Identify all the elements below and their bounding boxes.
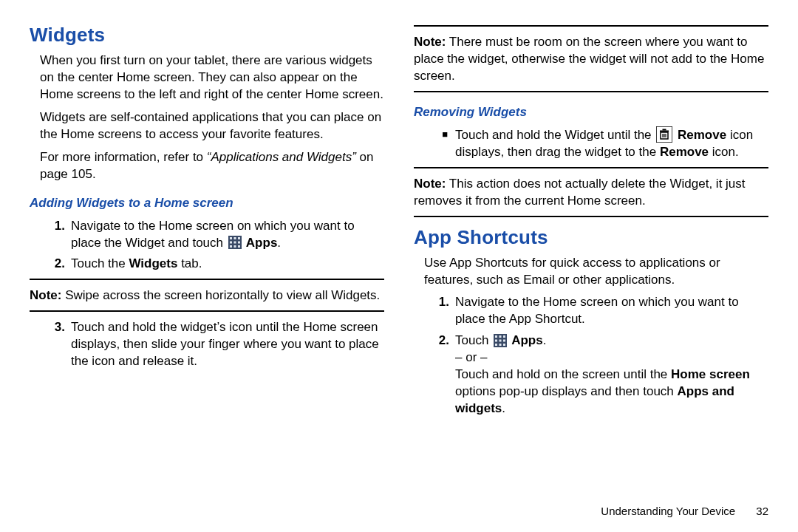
note-not-delete: Note: This action does not actually dele… <box>414 176 768 210</box>
svg-rect-7 <box>230 245 232 248</box>
bullet-remove: ■ Touch and hold the Widget until the <box>434 127 768 161</box>
note-room: Note: There must be room on the screen w… <box>414 34 768 85</box>
step-1: 1. Navigate to the Home screen on which … <box>50 218 384 252</box>
svg-rect-1 <box>230 237 232 239</box>
svg-rect-12 <box>660 131 669 132</box>
svg-rect-9 <box>238 245 240 248</box>
para-app-shortcuts: Use App Shortcuts for quick access to ap… <box>424 255 768 289</box>
apps-icon <box>494 334 507 347</box>
svg-rect-5 <box>233 242 236 244</box>
step-3: 3. Touch and hold the widget’s icon unti… <box>50 319 384 370</box>
bullet-icon: ■ <box>434 127 455 161</box>
heading-removing-widgets: Removing Widgets <box>414 104 768 121</box>
divider <box>414 167 768 168</box>
svg-rect-3 <box>238 237 240 239</box>
svg-rect-4 <box>230 242 232 244</box>
step-2: 2. Touch the Widgets tab. <box>50 256 384 273</box>
heading-adding-widgets: Adding Widgets to a Home screen <box>30 195 384 212</box>
page-footer: Understanding Your Device 32 <box>601 504 768 519</box>
svg-rect-26 <box>503 344 505 346</box>
divider <box>414 91 768 92</box>
right-column: Note: There must be room on the screen w… <box>414 22 768 422</box>
svg-rect-21 <box>495 339 497 341</box>
para-widgets-desc: Widgets are self-contained applications … <box>40 109 384 143</box>
svg-rect-25 <box>499 344 502 346</box>
svg-rect-20 <box>503 335 505 338</box>
divider <box>414 25 768 27</box>
svg-rect-13 <box>663 129 666 131</box>
divider <box>414 216 768 217</box>
apps-icon <box>228 236 242 249</box>
left-column: Widgets When you first turn on your tabl… <box>30 22 384 422</box>
svg-rect-23 <box>503 339 505 341</box>
para-widgets-intro: When you first turn on your tablet, ther… <box>40 52 384 103</box>
heading-app-shortcuts: App Shortcuts <box>414 225 768 250</box>
svg-rect-6 <box>238 242 240 244</box>
divider <box>30 279 384 280</box>
footer-section: Understanding Your Device <box>601 505 735 517</box>
svg-rect-18 <box>495 335 497 338</box>
para-widgets-ref: For more information, refer to “Applicat… <box>40 149 384 183</box>
step-number: 3. <box>50 319 71 370</box>
svg-rect-2 <box>233 237 236 239</box>
app-step-2: 2. Touch Apps. – or – Touch <box>434 332 768 417</box>
divider <box>30 310 384 312</box>
step-number: 1. <box>434 294 455 328</box>
svg-rect-19 <box>499 335 502 338</box>
or-text: – or – <box>455 349 768 366</box>
svg-rect-22 <box>499 339 502 341</box>
step-number: 2. <box>50 256 71 273</box>
svg-rect-8 <box>233 245 236 248</box>
note-swipe: Note: Swipe across the screen horizontal… <box>30 287 384 304</box>
step-number: 1. <box>50 218 71 252</box>
app-step-1: 1. Navigate to the Home screen on which … <box>434 294 768 328</box>
footer-page-number: 32 <box>756 505 768 517</box>
remove-icon <box>656 126 672 143</box>
svg-rect-24 <box>495 344 497 346</box>
heading-widgets: Widgets <box>30 22 384 48</box>
step-number: 2. <box>434 332 455 417</box>
